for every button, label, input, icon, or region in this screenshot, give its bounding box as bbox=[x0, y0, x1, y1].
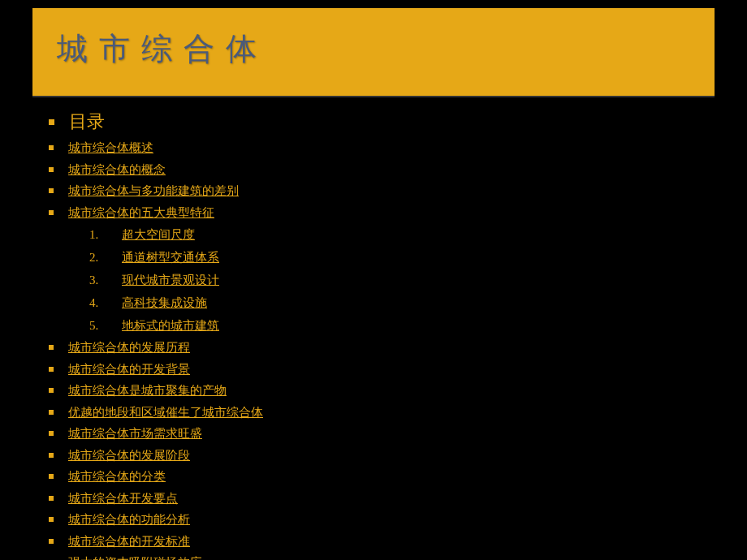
toc-list: 城市综合体概述城市综合体的概念城市综合体与多功能建筑的差别城市综合体的五大典型特… bbox=[49, 139, 715, 560]
toc-link[interactable]: 城市综合体市场需求旺盛 bbox=[68, 424, 202, 443]
bullet-icon bbox=[49, 517, 54, 522]
toc-sublist: 1.超大空间尺度2.通道树型交通体系3.现代城市景观设计4.高科技集成设施5.地… bbox=[49, 225, 715, 335]
toc-link[interactable]: 城市综合体是城市聚集的产物 bbox=[68, 381, 227, 400]
bullet-icon bbox=[49, 431, 54, 436]
subitem-number: 3. bbox=[89, 270, 122, 290]
toc-item: 城市综合体市场需求旺盛 bbox=[49, 424, 715, 443]
toc-item: 强大的资本吸附磁场效应 bbox=[49, 554, 715, 560]
toc-item: 城市综合体的发展阶段 bbox=[49, 446, 715, 465]
toc-item: 城市综合体的发展历程 bbox=[49, 338, 715, 357]
toc-link[interactable]: 强大的资本吸附磁场效应 bbox=[68, 554, 202, 560]
toc-link[interactable]: 城市综合体的开发背景 bbox=[68, 360, 190, 379]
toc-container: 目录 城市综合体概述城市综合体的概念城市综合体与多功能建筑的差别城市综合体的五大… bbox=[0, 97, 747, 560]
toc-link[interactable]: 城市综合体与多功能建筑的差别 bbox=[68, 182, 239, 200]
bullet-icon bbox=[49, 367, 54, 372]
toc-subitem: 1.超大空间尺度 bbox=[89, 225, 715, 244]
toc-sublink[interactable]: 地标式的城市建筑 bbox=[122, 316, 219, 335]
toc-subitem: 3.现代城市景观设计 bbox=[89, 270, 715, 290]
toc-item: 优越的地段和区域催生了城市综合体 bbox=[49, 403, 715, 422]
toc-item: 城市综合体的开发背景 bbox=[49, 360, 715, 379]
toc-item: 城市综合体是城市聚集的产物 bbox=[49, 381, 715, 400]
toc-link[interactable]: 城市综合体的五大典型特征 bbox=[68, 204, 214, 222]
toc-link[interactable]: 城市综合体开发要点 bbox=[68, 489, 178, 508]
toc-link[interactable]: 城市综合体的发展历程 bbox=[68, 338, 190, 357]
toc-sublink[interactable]: 通道树型交通体系 bbox=[122, 248, 219, 267]
toc-item: 城市综合体的分类 bbox=[49, 467, 715, 486]
toc-item: 城市综合体开发要点 bbox=[49, 489, 715, 508]
toc-sublink[interactable]: 现代城市景观设计 bbox=[122, 270, 219, 290]
toc-item: 城市综合体的开发标准 bbox=[49, 532, 715, 551]
bullet-icon bbox=[49, 167, 54, 172]
bullet-icon bbox=[49, 453, 54, 458]
toc-link[interactable]: 城市综合体的功能分析 bbox=[68, 510, 190, 529]
toc-link[interactable]: 城市综合体的开发标准 bbox=[68, 532, 190, 551]
bullet-icon bbox=[49, 496, 54, 501]
subitem-number: 2. bbox=[89, 248, 122, 267]
toc-subitem: 5.地标式的城市建筑 bbox=[89, 316, 715, 335]
page-title: 城市综合体 bbox=[57, 28, 690, 70]
toc-item: 城市综合体的功能分析 bbox=[49, 510, 715, 529]
toc-link[interactable]: 城市综合体的发展阶段 bbox=[68, 446, 190, 465]
subitem-number: 4. bbox=[89, 293, 122, 312]
toc-link[interactable]: 城市综合体的分类 bbox=[68, 467, 166, 486]
bullet-icon bbox=[49, 410, 54, 415]
bullet-icon bbox=[49, 345, 54, 350]
bullet-icon bbox=[49, 210, 54, 215]
toc-item: 城市综合体概述 bbox=[49, 139, 715, 157]
toc-item: 城市综合体的五大典型特征 bbox=[49, 204, 715, 222]
title-banner: 城市综合体 bbox=[32, 8, 715, 97]
toc-link[interactable]: 城市综合体概述 bbox=[68, 139, 153, 157]
toc-sublink[interactable]: 超大空间尺度 bbox=[122, 225, 195, 244]
bullet-icon bbox=[49, 539, 54, 544]
bullet-icon bbox=[49, 119, 54, 125]
toc-link[interactable]: 优越的地段和区域催生了城市综合体 bbox=[68, 403, 263, 422]
toc-subitem: 2.通道树型交通体系 bbox=[89, 248, 715, 267]
toc-heading: 目录 bbox=[69, 110, 105, 134]
bullet-icon bbox=[49, 145, 54, 150]
subitem-number: 1. bbox=[89, 225, 122, 244]
toc-item: 城市综合体与多功能建筑的差别 bbox=[49, 182, 715, 200]
toc-heading-row: 目录 bbox=[49, 110, 715, 134]
bullet-icon bbox=[49, 188, 54, 193]
toc-sublink[interactable]: 高科技集成设施 bbox=[122, 293, 207, 312]
bullet-icon bbox=[49, 388, 54, 393]
toc-item: 城市综合体的概念 bbox=[49, 161, 715, 179]
subitem-number: 5. bbox=[89, 316, 122, 335]
bullet-icon bbox=[49, 474, 54, 479]
toc-link[interactable]: 城市综合体的概念 bbox=[68, 161, 166, 179]
toc-subitem: 4.高科技集成设施 bbox=[89, 293, 715, 312]
